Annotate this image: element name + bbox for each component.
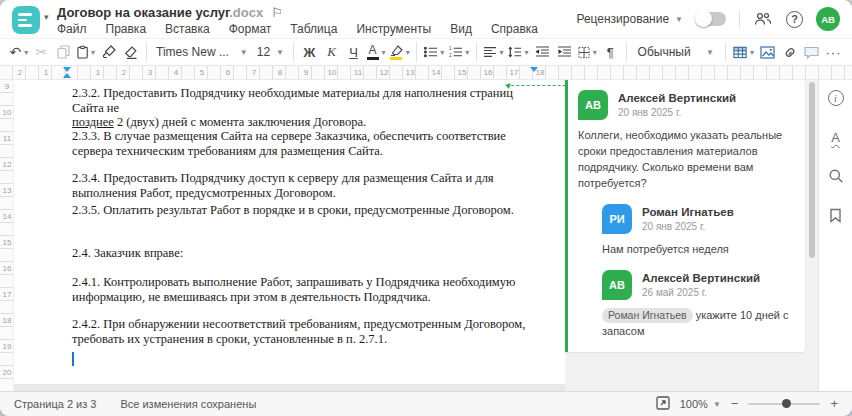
decrease-indent-button[interactable] bbox=[532, 40, 553, 64]
zoom-select[interactable]: 100%▼ bbox=[680, 398, 721, 410]
reply-author: Алексей Вертинский bbox=[642, 270, 760, 284]
font-name-select[interactable]: Times New ...▼ bbox=[152, 45, 252, 59]
line-spacing-button[interactable]: ▾ bbox=[506, 40, 530, 64]
vertical-ruler[interactable]: 91011121314151617181920 bbox=[0, 80, 14, 391]
insert-link-button[interactable] bbox=[779, 40, 800, 64]
editor-area: 91011121314151617181920 2.3.2. Предостав… bbox=[0, 80, 852, 391]
paste-button[interactable]: ▾ bbox=[75, 40, 97, 64]
menu-file[interactable]: Файл bbox=[57, 22, 87, 36]
menu-format[interactable]: Формат bbox=[229, 22, 272, 36]
fit-width-icon[interactable] bbox=[656, 396, 670, 412]
document-title: Договор на оказание услуг.docx bbox=[57, 5, 263, 20]
review-toggle[interactable] bbox=[696, 12, 726, 26]
comment-avatar: АВ bbox=[578, 90, 608, 120]
reply-avatar: РИ bbox=[602, 204, 632, 234]
more-tools-button[interactable]: ··· bbox=[823, 40, 844, 64]
menu-bar: Файл Правка Вставка Формат Таблица Инстр… bbox=[57, 22, 538, 36]
app-window: ▾ Договор на оказание услуг.docx ⚐ Файл … bbox=[0, 0, 852, 416]
font-size-select[interactable]: 12▼ bbox=[253, 45, 288, 59]
right-sidebar: i А bbox=[818, 80, 852, 391]
comment-reply[interactable]: РИ Роман Игнатьев 20 янв 2025 г. Нам пот… bbox=[602, 204, 795, 258]
status-bar: Страница 2 из 3 Все изменения сохранены … bbox=[0, 391, 852, 416]
tracked-change-text[interactable]: позднее bbox=[72, 115, 114, 129]
menu-insert[interactable]: Вставка bbox=[165, 22, 210, 36]
text-cursor bbox=[72, 352, 74, 366]
menu-tools[interactable]: Инструменты bbox=[356, 22, 431, 36]
header: ▾ Договор на оказание услуг.docx ⚐ Файл … bbox=[0, 0, 852, 38]
insert-image-button[interactable] bbox=[757, 40, 778, 64]
italic-button[interactable]: К bbox=[321, 40, 342, 64]
paragraph-2-3-4[interactable]: 2.3.4. Предоставить Подрядчику доступ к … bbox=[72, 171, 544, 200]
comment-reply[interactable]: АВ Алексей Вертинский 26 май 2025 г. Ром… bbox=[602, 270, 795, 340]
copy-icon[interactable] bbox=[53, 40, 74, 64]
reply-date: 26 май 2025 г. bbox=[642, 287, 760, 298]
menu-table[interactable]: Таблица bbox=[290, 22, 337, 36]
comment-text: Коллеги, необходимо указать реальные сро… bbox=[578, 128, 795, 192]
info-panel-icon[interactable]: i bbox=[826, 88, 846, 108]
comment-anchor-line bbox=[506, 85, 566, 86]
zoom-in-button[interactable]: + bbox=[830, 399, 838, 409]
zoom-slider[interactable] bbox=[748, 403, 820, 405]
zoom-out-button[interactable]: − bbox=[731, 399, 739, 409]
chevron-down-icon: ▼ bbox=[675, 15, 683, 24]
mention-badge[interactable]: Роман Игнатьев bbox=[602, 308, 693, 323]
spellcheck-icon[interactable]: А bbox=[826, 127, 846, 147]
reply-text: Нам потребуется неделя bbox=[602, 242, 795, 258]
bullet-list-button[interactable]: ▾ bbox=[422, 40, 446, 64]
paragraph-2-4-1[interactable]: 2.4.1. Контролировать выполнение Работ, … bbox=[72, 275, 544, 304]
show-marks-button[interactable]: ¶ bbox=[600, 40, 621, 64]
save-status: Все изменения сохранены bbox=[120, 398, 256, 410]
bookmark-icon[interactable] bbox=[826, 205, 846, 225]
paragraph-2-4[interactable]: 2.4. Заказчик вправе: bbox=[72, 246, 544, 261]
undo-button[interactable]: ↶▾ bbox=[8, 40, 30, 64]
app-logo-icon[interactable] bbox=[12, 6, 40, 34]
paragraph-2-3-5[interactable]: 2.3.5. Оплатить результат Работ в порядк… bbox=[72, 203, 544, 218]
highlight-color-button[interactable]: ▾ bbox=[388, 40, 411, 64]
insert-comment-button[interactable] bbox=[801, 40, 822, 64]
reply-date: 20 янв 2025 г. bbox=[642, 221, 734, 232]
collaborators-icon[interactable] bbox=[753, 9, 773, 29]
bold-button[interactable]: Ж bbox=[299, 40, 320, 64]
svg-text:1: 1 bbox=[449, 46, 452, 51]
menu-view[interactable]: Вид bbox=[450, 22, 472, 36]
font-color-button[interactable]: А▾ bbox=[365, 40, 387, 64]
align-left-button[interactable]: ▾ bbox=[482, 40, 505, 64]
paragraph-2-3-3[interactable]: 2.3.3. В случае размещения Сайта на серв… bbox=[72, 129, 544, 158]
toolbar: ↶▾ ✂ ▾ Times New ...▼ 12▼ Ж К Ч А▾ bbox=[0, 38, 852, 66]
paragraph-style-select[interactable]: Обычный▼ bbox=[632, 45, 720, 59]
user-avatar[interactable]: АВ bbox=[816, 7, 840, 31]
paragraph-2-4-2[interactable]: 2.4.2. При обнаружении несоответствий тр… bbox=[72, 317, 544, 346]
underline-button[interactable]: Ч bbox=[343, 40, 364, 64]
paragraph-borders-button[interactable]: ▾ bbox=[576, 40, 599, 64]
help-icon[interactable]: ? bbox=[786, 11, 803, 28]
review-mode-dropdown[interactable]: Рецензирование▼ bbox=[576, 12, 683, 26]
menu-help[interactable]: Справка bbox=[491, 22, 538, 36]
reply-text: Роман Игнатьев укажите 10 дней с запасом bbox=[602, 308, 795, 340]
comments-panel: АВ Алексей Вертинский 20 янв 2025 г. Кол… bbox=[565, 80, 818, 391]
horizontal-ruler[interactable]: 21123456789101112131415161718 bbox=[0, 66, 852, 80]
numbered-list-button[interactable]: 12 ▾ bbox=[447, 40, 471, 64]
reply-avatar: АВ bbox=[602, 270, 632, 300]
cut-button[interactable]: ✂ bbox=[31, 40, 52, 64]
svg-text:2: 2 bbox=[449, 53, 452, 58]
first-line-indent-marker[interactable] bbox=[63, 67, 71, 72]
reply-author: Роман Игнатьев bbox=[642, 204, 734, 218]
menu-edit[interactable]: Правка bbox=[106, 22, 147, 36]
divider bbox=[739, 10, 740, 28]
comments-scrollbar[interactable] bbox=[809, 82, 815, 258]
search-icon[interactable] bbox=[826, 166, 846, 186]
document-page[interactable]: 2.3.2. Предоставить Подрядчику необходим… bbox=[14, 80, 565, 384]
paragraph-2-3-2[interactable]: 2.3.2. Предоставить Подрядчику необходим… bbox=[72, 86, 544, 130]
format-painter-icon[interactable] bbox=[98, 40, 119, 64]
clear-style-icon[interactable] bbox=[120, 40, 141, 64]
left-indent-marker[interactable] bbox=[63, 73, 71, 78]
flag-icon[interactable]: ⚐ bbox=[271, 5, 283, 20]
insert-table-button[interactable]: ▾ bbox=[731, 40, 756, 64]
comment-date: 20 янв 2025 г. bbox=[618, 107, 736, 118]
increase-indent-button[interactable] bbox=[554, 40, 575, 64]
logo-dropdown-caret-icon[interactable]: ▾ bbox=[44, 12, 49, 22]
comment-author: Алексей Вертинский bbox=[618, 90, 736, 104]
comment-thread[interactable]: АВ Алексей Вертинский 20 янв 2025 г. Кол… bbox=[565, 80, 805, 352]
page-indicator[interactable]: Страница 2 из 3 bbox=[14, 398, 96, 410]
